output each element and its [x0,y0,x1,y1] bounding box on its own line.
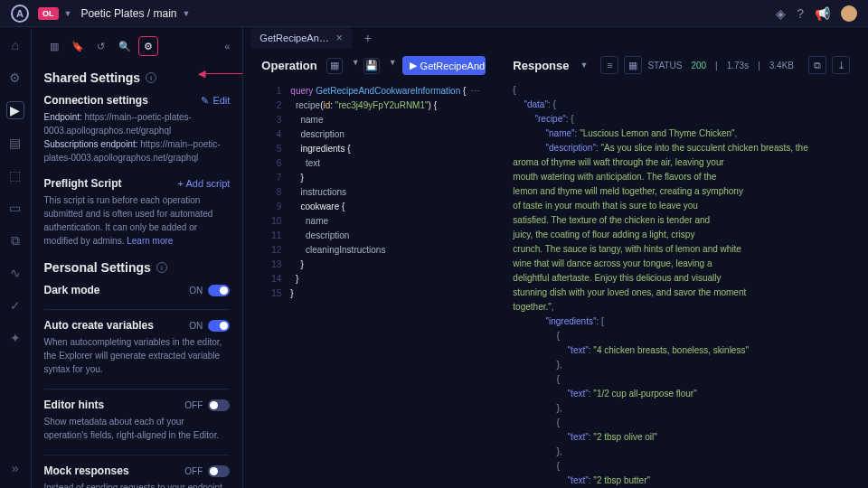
hints-label: Editor hints [44,399,105,411]
rail-explorer-icon[interactable]: ▶ [6,101,24,119]
download-icon[interactable]: ⤓ [832,56,850,74]
org-badge[interactable]: OL [38,7,59,20]
nav-rail: ⌂ ⚙ ▶ ▤ ⬚ ▭ ⧉ ∿ ✓ ✦ » [0,27,32,488]
status-code: 200 [691,61,706,70]
mock-help: Instead of sending requests to your endp… [44,481,231,488]
status-label: STATUS [647,61,682,70]
rail-clipboard-icon[interactable]: ▤ [6,134,24,152]
preflight-title: Preflight Script [44,177,122,190]
operation-save-icon[interactable]: 💾 [363,58,380,74]
run-button[interactable]: ▶ GetRecipeAndCookwareI… [402,56,486,75]
history-icon[interactable]: ↺ [91,36,111,56]
rail-devices-icon[interactable]: ⧉ [6,231,24,249]
help-icon[interactable]: ? [797,6,804,21]
subscriptions-row: Subscriptions endpoint: https://main--po… [44,137,231,164]
bookmark-icon[interactable]: 🔖 [68,36,88,56]
rail-activity-icon[interactable]: ∿ [6,264,24,282]
add-script-link[interactable]: + Add script [178,178,231,189]
response-size: 3.4KB [769,61,794,70]
personal-settings-title: Personal Settings i [44,260,231,275]
chevron-down-icon[interactable]: ▼ [580,61,588,70]
dark-mode-toggle[interactable] [208,285,230,296]
app-logo[interactable]: A [11,5,29,23]
breadcrumb[interactable]: Poetic Plates / main [80,7,176,20]
copy-icon[interactable]: ⧉ [808,56,826,74]
response-view-table-icon[interactable]: ▦ [624,56,642,74]
mock-toggle[interactable] [208,465,230,477]
dark-mode-label: Dark mode [44,284,100,296]
settings-sidebar: ▥ 🔖 ↺ 🔍 ⚙ ◀ « Shared Settings i Connecti… [32,27,244,488]
chevron-down-icon[interactable]: ▼ [352,58,360,74]
response-view-list-icon[interactable]: ≡ [600,56,618,74]
mock-label: Mock responses [44,465,129,477]
diamond-icon[interactable]: ◈ [776,6,786,21]
callout-line [203,73,244,74]
rail-tune-icon[interactable]: ⚙ [6,69,24,87]
learn-more-link[interactable]: Learn more [127,236,173,246]
panel-icon[interactable]: ▥ [44,36,64,56]
endpoint-row: Endpoint: https://main--poetic-plates-00… [44,110,231,137]
connection-settings-title: Connection settings [44,94,148,107]
topbar: A OL ▼ Poetic Plates / main ▼ ◈ ? 📢 [0,0,868,27]
tab-operation[interactable]: GetRecipeAn… × [250,27,351,49]
search-icon[interactable]: 🔍 [115,36,135,56]
rail-magic-icon[interactable]: ✦ [6,329,24,347]
response-panel: Response ▼ ≡ ▦ STATUS 200 | 1.73s | 3.4K… [504,49,859,488]
chevron-down-icon[interactable]: ▼ [389,58,397,74]
rail-home-icon[interactable]: ⌂ [6,36,24,54]
operation-menu-icon[interactable]: ▦ [326,58,343,74]
response-title: Response [513,59,569,72]
edit-connection-link[interactable]: ✎ Edit [201,95,230,107]
add-tab-button[interactable]: + [359,31,377,45]
branch-chevron-icon[interactable]: ▼ [182,9,190,18]
query-editor[interactable]: 1query GetRecipeAndCookwareInformation {… [252,82,495,488]
info-icon[interactable]: i [156,262,167,273]
autovars-help: When autocompleting variables in the edi… [44,335,231,376]
response-time: 1.73s [727,61,749,70]
hints-toggle[interactable] [208,399,230,411]
rail-cube-icon[interactable]: ⬚ [6,166,24,184]
close-tab-icon[interactable]: × [336,32,343,44]
rail-expand-icon[interactable]: » [6,459,24,477]
autovars-toggle[interactable] [208,320,230,332]
announce-icon[interactable]: 📢 [815,6,830,21]
collapse-sidebar-icon[interactable]: « [224,41,230,52]
settings-icon[interactable]: ⚙ [138,36,158,56]
rail-check-icon[interactable]: ✓ [6,296,24,314]
preflight-help: This script is run before each operation… [44,193,231,248]
operation-title: Operation [261,59,316,72]
org-chevron-icon[interactable]: ▼ [64,9,72,18]
avatar[interactable] [841,5,857,22]
autovars-label: Auto create variables [44,319,154,332]
operation-panel: Operation ▦ ▼ 💾 ▼ ▶ GetRecipeAndCookware… [252,49,495,488]
tabbar: GetRecipeAn… × + [243,27,868,49]
response-viewer[interactable]: { "data": { "recipe": { "name": "Lusciou… [504,81,859,488]
info-icon[interactable]: i [146,72,156,83]
rail-window-icon[interactable]: ▭ [6,199,24,217]
hints-help: Show metadata about each of your operati… [44,415,231,442]
